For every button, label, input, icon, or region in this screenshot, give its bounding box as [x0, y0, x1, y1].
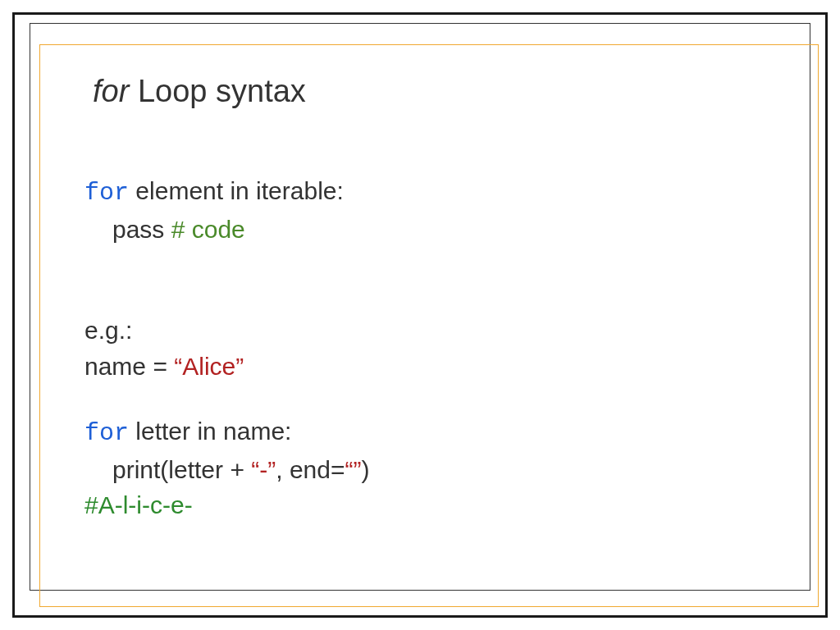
- print-str2: “”: [345, 456, 361, 483]
- example-output: #A-l-i-c-e-: [84, 487, 776, 523]
- code-comment: # code: [171, 216, 245, 243]
- title-rest: Loop syntax: [129, 74, 305, 108]
- pass-text: pass: [112, 216, 171, 243]
- example-print-line: print(letter + “-”, end=“”): [84, 452, 776, 488]
- slide-content: for Loop syntax for element in iterable:…: [84, 74, 776, 523]
- example-assign: name = “Alice”: [84, 349, 776, 385]
- slide-title: for Loop syntax: [93, 74, 776, 109]
- syntax-rest: element in iterable:: [129, 177, 344, 204]
- slide-outer-frame: for Loop syntax for element in iterable:…: [12, 12, 828, 618]
- for-keyword-2: for: [84, 419, 129, 447]
- example-label: e.g.:: [84, 313, 776, 349]
- print-str1: “-”: [251, 456, 276, 483]
- assign-left: name =: [84, 353, 174, 380]
- output-comment: #A-l-i-c-e-: [84, 491, 193, 518]
- syntax-line-2: pass # code: [84, 212, 776, 248]
- code-block: for element in iterable: pass # code e.g…: [84, 173, 776, 523]
- print-right: ): [361, 456, 369, 483]
- for-keyword: for: [84, 179, 129, 207]
- assign-string: “Alice”: [174, 353, 244, 380]
- print-left: print(letter +: [112, 456, 251, 483]
- for-rest: letter in name:: [129, 418, 291, 445]
- title-italic: for: [93, 74, 129, 108]
- example-for-line: for letter in name:: [84, 413, 776, 452]
- syntax-line-1: for element in iterable:: [84, 173, 776, 212]
- print-mid: , end=: [276, 456, 345, 483]
